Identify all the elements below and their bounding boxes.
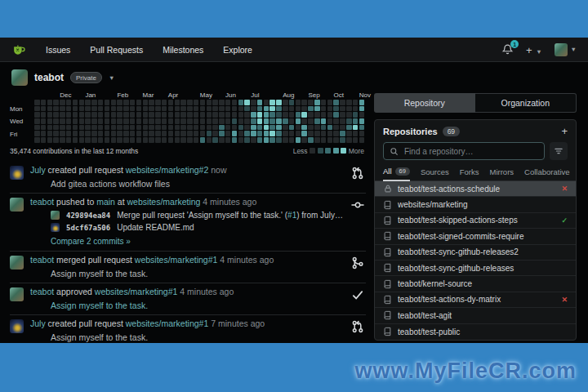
heatmap-cell[interactable] bbox=[98, 100, 104, 105]
heatmap-cell[interactable] bbox=[359, 131, 365, 136]
heatmap-cell[interactable] bbox=[353, 125, 359, 131]
heatmap-cell[interactable] bbox=[66, 100, 72, 105]
compare-commits-link[interactable]: Compare 2 commits » bbox=[51, 237, 131, 246]
heatmap-cell[interactable] bbox=[123, 100, 129, 105]
heatmap-cell[interactable] bbox=[34, 106, 40, 112]
heatmap-cell[interactable] bbox=[270, 112, 275, 118]
heatmap-cell[interactable] bbox=[47, 137, 53, 143]
heatmap-cell[interactable] bbox=[244, 100, 250, 105]
heatmap-cell[interactable] bbox=[321, 100, 327, 105]
heatmap-cell[interactable] bbox=[41, 112, 47, 118]
heatmap-cell[interactable] bbox=[117, 125, 122, 131]
heatmap-cell[interactable] bbox=[212, 100, 218, 105]
heatmap-cell[interactable] bbox=[85, 137, 91, 143]
heatmap-cell[interactable] bbox=[85, 125, 91, 131]
heatmap-cell[interactable] bbox=[47, 112, 53, 118]
repo-name-link[interactable]: teabot/test-public bbox=[398, 327, 568, 336]
heatmap-cell[interactable] bbox=[264, 106, 270, 112]
heatmap-cell[interactable] bbox=[175, 137, 180, 143]
heatmap-cell[interactable] bbox=[314, 100, 320, 105]
heatmap-cell[interactable] bbox=[66, 131, 72, 136]
heatmap-cell[interactable] bbox=[105, 131, 110, 136]
heatmap-cell[interactable] bbox=[200, 137, 206, 143]
heatmap-cell[interactable] bbox=[238, 106, 244, 112]
heatmap-cell[interactable] bbox=[168, 112, 174, 118]
heatmap-cell[interactable] bbox=[251, 131, 256, 136]
heatmap-cell[interactable] bbox=[238, 137, 244, 143]
heatmap-cell[interactable] bbox=[301, 106, 307, 112]
heatmap-cell[interactable] bbox=[130, 137, 136, 143]
heatmap-cell[interactable] bbox=[47, 100, 53, 105]
heatmap-cell[interactable] bbox=[257, 137, 263, 143]
heatmap-cell[interactable] bbox=[257, 131, 263, 136]
repo-search-input[interactable] bbox=[403, 146, 538, 157]
heatmap-cell[interactable] bbox=[200, 131, 206, 136]
heatmap-cell[interactable] bbox=[168, 100, 174, 105]
heatmap-cell[interactable] bbox=[244, 131, 250, 136]
heatmap-cell[interactable] bbox=[333, 100, 339, 105]
heatmap-cell[interactable] bbox=[333, 106, 339, 112]
heatmap-cell[interactable] bbox=[353, 118, 359, 124]
target-repo-link[interactable]: websites/marketing#1 bbox=[126, 318, 209, 328]
heatmap-cell[interactable] bbox=[219, 118, 225, 124]
heatmap-cell[interactable] bbox=[301, 131, 307, 136]
heatmap-cell[interactable] bbox=[41, 137, 47, 143]
heatmap-cell[interactable] bbox=[257, 112, 263, 118]
heatmap-cell[interactable] bbox=[321, 106, 327, 112]
heatmap-cell[interactable] bbox=[175, 118, 180, 124]
repo-name-link[interactable]: teabot/test-agit bbox=[398, 311, 568, 320]
heatmap-cell[interactable] bbox=[232, 112, 238, 118]
heatmap-cell[interactable] bbox=[251, 137, 256, 143]
heatmap-cell[interactable] bbox=[283, 100, 288, 105]
heatmap-cell[interactable] bbox=[73, 100, 78, 105]
heatmap-cell[interactable] bbox=[41, 100, 47, 105]
heatmap-cell[interactable] bbox=[251, 125, 256, 131]
heatmap-grid[interactable] bbox=[34, 100, 364, 143]
heatmap-cell[interactable] bbox=[53, 118, 59, 124]
heatmap-cell[interactable] bbox=[143, 106, 149, 112]
repo-row[interactable]: websites/marketing bbox=[375, 197, 576, 212]
heatmap-cell[interactable] bbox=[244, 137, 250, 143]
heatmap-cell[interactable] bbox=[251, 118, 256, 124]
heatmap-cell[interactable] bbox=[238, 125, 244, 131]
heatmap-cell[interactable] bbox=[314, 112, 320, 118]
heatmap-cell[interactable] bbox=[340, 106, 345, 112]
heatmap-cell[interactable] bbox=[244, 118, 250, 124]
heatmap-cell[interactable] bbox=[346, 137, 352, 143]
heatmap-cell[interactable] bbox=[155, 106, 161, 112]
heatmap-cell[interactable] bbox=[359, 112, 365, 118]
heatmap-cell[interactable] bbox=[257, 106, 263, 112]
heatmap-cell[interactable] bbox=[98, 137, 104, 143]
heatmap-cell[interactable] bbox=[301, 137, 307, 143]
heatmap-cell[interactable] bbox=[264, 125, 270, 131]
heatmap-cell[interactable] bbox=[270, 106, 275, 112]
heatmap-cell[interactable] bbox=[123, 106, 129, 112]
heatmap-cell[interactable] bbox=[98, 125, 104, 131]
heatmap-cell[interactable] bbox=[346, 131, 352, 136]
heatmap-cell[interactable] bbox=[155, 131, 161, 136]
repo-name-link[interactable]: teabot/test-signed-commits-require bbox=[398, 232, 568, 241]
heatmap-cell[interactable] bbox=[111, 112, 117, 118]
heatmap-cell[interactable] bbox=[194, 137, 199, 143]
target-repo-link[interactable]: websites/marketing#1 bbox=[95, 287, 178, 296]
heatmap-cell[interactable] bbox=[308, 118, 314, 124]
heatmap-cell[interactable] bbox=[66, 118, 72, 124]
heatmap-cell[interactable] bbox=[346, 118, 352, 124]
heatmap-cell[interactable] bbox=[180, 118, 186, 124]
user-menu-button[interactable]: ▼ bbox=[555, 43, 577, 56]
heatmap-cell[interactable] bbox=[168, 125, 174, 131]
heatmap-cell[interactable] bbox=[117, 118, 122, 124]
heatmap-cell[interactable] bbox=[79, 131, 85, 136]
heatmap-cell[interactable] bbox=[60, 118, 65, 124]
heatmap-cell[interactable] bbox=[180, 100, 186, 105]
heatmap-cell[interactable] bbox=[98, 106, 104, 112]
heatmap-cell[interactable] bbox=[321, 137, 327, 143]
heatmap-cell[interactable] bbox=[60, 131, 65, 136]
heatmap-cell[interactable] bbox=[264, 137, 270, 143]
heatmap-cell[interactable] bbox=[111, 100, 117, 105]
heatmap-cell[interactable] bbox=[53, 112, 59, 118]
heatmap-cell[interactable] bbox=[296, 106, 301, 112]
heatmap-cell[interactable] bbox=[105, 100, 110, 105]
heatmap-cell[interactable] bbox=[175, 131, 180, 136]
repo-row[interactable]: teabot/test-sync-github-releases bbox=[375, 261, 576, 276]
